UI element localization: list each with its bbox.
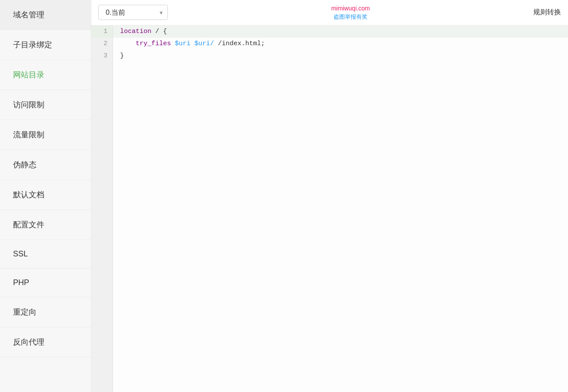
code-line-3: } (113, 50, 568, 62)
watermark-domain: mimiwuqi.com (331, 4, 370, 13)
code-editor: 123 location / { try_files $uri $uri/ /i… (91, 26, 568, 392)
line-numbers: 123 (91, 26, 113, 392)
rule-convert-button[interactable]: 规则转换 (533, 8, 561, 17)
sidebar-item-default-doc[interactable]: 默认文档 (0, 180, 91, 210)
sidebar-item-access-limit[interactable]: 访问限制 (0, 90, 91, 120)
sidebar-item-redirect[interactable]: 重定向 (0, 297, 91, 327)
sidebar-item-reverse-proxy[interactable]: 反向代理 (0, 327, 91, 357)
line-number-2: 2 (91, 38, 113, 50)
sidebar-item-traffic-limit[interactable]: 流量限制 (0, 120, 91, 150)
main-content: 0.当前1.备用2.自定义 ▾ mimiwuqi.com 盗图举报有奖 规则转换… (91, 0, 568, 392)
mode-select[interactable]: 0.当前1.备用2.自定义 (98, 5, 168, 20)
mode-select-wrapper[interactable]: 0.当前1.备用2.自定义 ▾ (98, 5, 168, 20)
sidebar-item-website-dir[interactable]: 网站目录 (0, 60, 91, 90)
code-line-2: try_files $uri $uri/ /index.html; (113, 38, 568, 50)
code-line-1: location / { (113, 26, 568, 38)
sidebar-item-subdir-bind[interactable]: 子目录绑定 (0, 30, 91, 60)
line-number-1: 1 (91, 26, 113, 38)
sidebar-item-config-file[interactable]: 配置文件 (0, 210, 91, 240)
sidebar-item-ssl[interactable]: SSL (0, 240, 91, 269)
watermark-report: 盗图举报有奖 (331, 13, 370, 21)
toolbar: 0.当前1.备用2.自定义 ▾ mimiwuqi.com 盗图举报有奖 规则转换 (91, 0, 568, 26)
sidebar: 域名管理子目录绑定网站目录访问限制流量限制伪静态默认文档配置文件SSLPHP重定… (0, 0, 91, 392)
code-content[interactable]: location / { try_files $uri $uri/ /index… (113, 26, 568, 392)
line-number-3: 3 (91, 50, 113, 62)
sidebar-item-pseudo-static[interactable]: 伪静态 (0, 150, 91, 180)
sidebar-item-domain-mgmt[interactable]: 域名管理 (0, 0, 91, 30)
watermark: mimiwuqi.com 盗图举报有奖 (331, 4, 370, 21)
sidebar-item-php[interactable]: PHP (0, 269, 91, 297)
